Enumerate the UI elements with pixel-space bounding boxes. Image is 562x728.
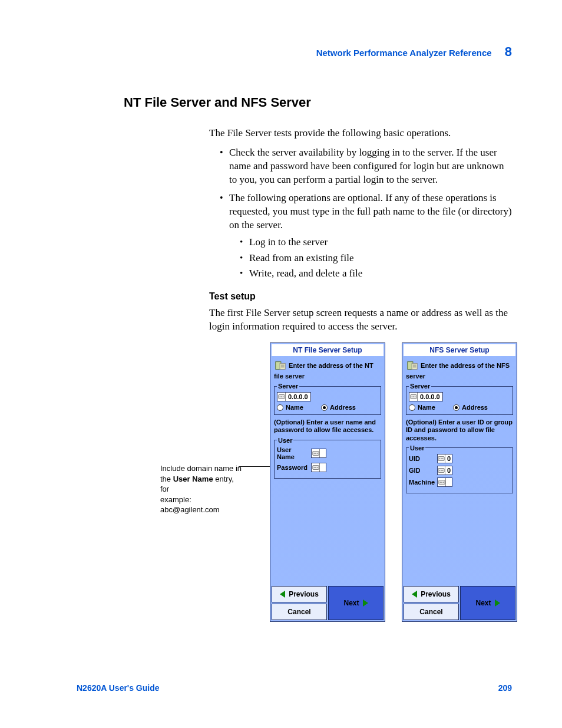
radio-name[interactable]: Name xyxy=(277,404,303,411)
radio-name[interactable]: Name xyxy=(409,404,435,411)
previous-button[interactable]: Previous xyxy=(272,586,327,602)
user-legend: User xyxy=(409,444,425,452)
panel-title: NFS Server Setup xyxy=(404,344,515,356)
server-icon xyxy=(406,360,419,373)
keyboard-icon xyxy=(409,393,418,401)
test-setup-heading: Test setup xyxy=(209,291,512,302)
chapter-number: 8 xyxy=(505,44,512,59)
nt-instruction: Enter the address of the NT file server xyxy=(274,360,381,380)
footer-guide: N2620A User's Guide xyxy=(77,683,160,693)
server-icon xyxy=(274,360,287,373)
cancel-button[interactable]: Cancel xyxy=(404,604,459,620)
next-button[interactable]: Next xyxy=(460,586,515,620)
uid-input[interactable]: 0 xyxy=(437,454,452,463)
callout-note: Include domain name in the User Name ent… xyxy=(160,463,243,515)
radio-address[interactable]: Address xyxy=(453,404,488,411)
test-setup-text: The first File Server setup screen reque… xyxy=(209,307,512,334)
field-label: GID xyxy=(409,467,435,474)
cancel-button[interactable]: Cancel xyxy=(272,604,327,620)
nfs-server-panel: NFS Server Setup Enter the address of th… xyxy=(402,342,517,622)
radio-address[interactable]: Address xyxy=(321,404,356,411)
field-label: UID xyxy=(409,455,435,462)
sub-bullet-item: Read from an existing file xyxy=(240,252,512,265)
sub-bullet-item: Write, read, and delete a file xyxy=(240,267,512,281)
server-group: Server 0.0.0.0 Name Address xyxy=(406,383,513,415)
footer-page-number: 209 xyxy=(498,683,512,693)
arrow-left-icon xyxy=(280,591,285,598)
server-address-input[interactable]: 0.0.0.0 xyxy=(409,392,443,401)
previous-button[interactable]: Previous xyxy=(404,586,459,602)
panel-title: NT File Server Setup xyxy=(272,344,384,356)
bullet-item: The following operations are optional. I… xyxy=(220,192,512,281)
bullet-item: Check the server availability by logging… xyxy=(220,146,512,187)
field-label: Password xyxy=(277,464,309,471)
bullet-text: The following operations are optional. I… xyxy=(229,192,512,230)
user-group: User UID 0 GID 0 Machine xyxy=(406,444,513,493)
page-footer: N2620A User's Guide 209 xyxy=(77,683,512,693)
nfs-optional-text: (Optional) Enter a user ID or group ID a… xyxy=(406,419,513,442)
arrow-right-icon xyxy=(495,599,500,607)
field-label: User Name xyxy=(277,446,309,460)
server-address-input[interactable]: 0.0.0.0 xyxy=(277,392,311,401)
callout-leader-line xyxy=(239,466,271,467)
running-header: Network Performance Analyzer Reference 8 xyxy=(77,44,512,60)
password-input[interactable] xyxy=(311,463,326,472)
sub-bullet-item: Log in to the server xyxy=(240,236,512,249)
nt-file-server-panel: NT File Server Setup Enter the address o… xyxy=(270,342,385,622)
keyboard-icon xyxy=(277,393,286,401)
field-label: Machine xyxy=(409,479,435,486)
next-button[interactable]: Next xyxy=(328,586,384,620)
arrow-right-icon xyxy=(363,599,368,607)
nt-optional-text: (Optional) Enter a user name and passwor… xyxy=(274,419,381,434)
server-group: Server 0.0.0.0 Name Address xyxy=(274,383,381,415)
running-header-title: Network Performance Analyzer Reference xyxy=(316,48,492,58)
intro-paragraph: The File Server tests provide the follow… xyxy=(209,127,512,140)
arrow-left-icon xyxy=(412,591,417,598)
machine-input[interactable] xyxy=(437,477,452,487)
username-input[interactable] xyxy=(311,449,326,458)
user-group: User User Name Password xyxy=(274,437,381,479)
gid-input[interactable]: 0 xyxy=(437,466,452,475)
user-legend: User xyxy=(277,437,293,444)
server-legend: Server xyxy=(409,383,431,390)
server-legend: Server xyxy=(277,383,299,390)
section-heading: NT File Server and NFS Server xyxy=(124,95,512,110)
nfs-instruction: Enter the address of the NFS server xyxy=(406,360,513,380)
